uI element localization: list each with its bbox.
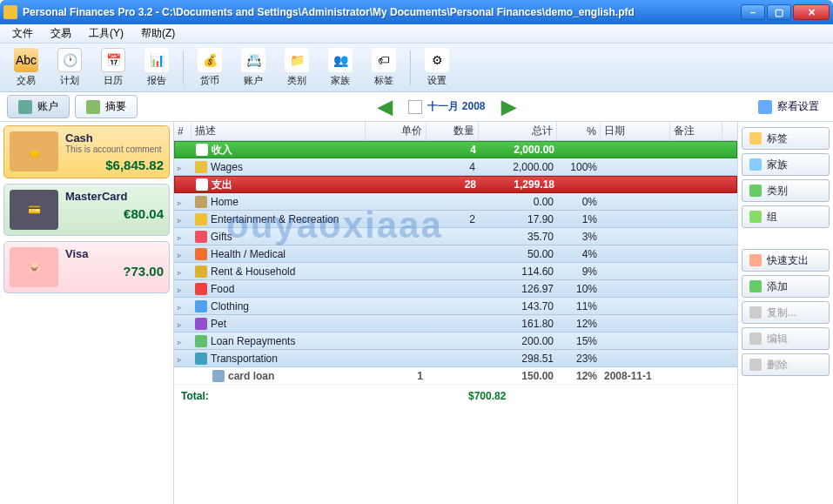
- category-row[interactable]: ▹Wages42,000.00100%: [174, 158, 737, 176]
- menu-file[interactable]: 文件: [5, 24, 40, 43]
- category-row[interactable]: ▹Clothing143.7011%: [174, 298, 737, 315]
- pct: 15%: [557, 334, 601, 348]
- panel-edit-button[interactable]: 编辑: [742, 327, 830, 350]
- qty: [427, 358, 479, 360]
- account-card-visa[interactable]: 🐷 Visa ?73.00: [3, 241, 170, 293]
- toolbar-accounts[interactable]: 📇账户: [232, 46, 274, 89]
- toolbar-settings[interactable]: ⚙设置: [416, 46, 458, 89]
- menu-tools[interactable]: 工具(Y): [82, 24, 131, 43]
- family-icon: [749, 158, 762, 171]
- category-row[interactable]: ▹Loan Repayments200.0015%: [174, 333, 737, 350]
- category-label: Gifts: [211, 231, 232, 243]
- expand-icon[interactable]: ▹: [178, 251, 186, 259]
- qty: [427, 323, 479, 325]
- month-label[interactable]: 十一月 2008: [408, 99, 485, 114]
- expand-icon[interactable]: ▹: [178, 355, 186, 364]
- category-row[interactable]: ▹Gifts35.703%: [174, 228, 737, 245]
- col-date[interactable]: 日期: [601, 122, 670, 140]
- tab-accounts[interactable]: 账户: [7, 95, 70, 118]
- col-qty[interactable]: 数量: [427, 122, 479, 140]
- body: 👝 Cash This is account comment $6,845.82…: [0, 122, 833, 504]
- expand-icon[interactable]: ▹: [178, 303, 186, 312]
- tab-summary[interactable]: 摘要: [75, 95, 138, 118]
- panel-group-button[interactable]: 组: [742, 205, 830, 228]
- pct: 4%: [557, 247, 601, 261]
- qty: [427, 288, 479, 290]
- col-pct[interactable]: %: [557, 124, 601, 139]
- category-row[interactable]: ▹Transportation298.5123%: [174, 350, 737, 367]
- category-label: Entertainment & Recreation: [211, 213, 339, 225]
- pct: 10%: [557, 282, 601, 296]
- total-row: Total: $700.82: [174, 385, 737, 407]
- maximize-button[interactable]: ▢: [767, 4, 791, 20]
- close-button[interactable]: ✕: [793, 4, 830, 20]
- app-icon: [3, 5, 17, 19]
- main-toolbar: Abc交易 🕐计划 📅日历 📊报告 💰货币 📇账户 📁类别 👥家族 🏷标签 ⚙设…: [0, 44, 833, 92]
- expand-icon[interactable]: ▹: [178, 286, 186, 294]
- gear-icon: ⚙: [425, 48, 449, 72]
- col-num[interactable]: #: [174, 124, 191, 139]
- delete-icon: [749, 359, 762, 371]
- category-row[interactable]: ▹Food126.9710%: [174, 280, 737, 298]
- account-card-cash[interactable]: 👝 Cash This is account comment $6,845.82: [3, 125, 170, 178]
- menu-help[interactable]: 帮助(Z): [134, 24, 182, 43]
- panel-tags-button[interactable]: 标签: [742, 127, 830, 150]
- expand-icon[interactable]: ▹: [178, 268, 186, 277]
- account-comment: This is account comment: [65, 144, 164, 154]
- col-total[interactable]: 总计: [479, 122, 557, 140]
- expand-icon[interactable]: ▹: [178, 164, 186, 172]
- panel-categories-button[interactable]: 类别: [742, 179, 830, 202]
- expand-icon[interactable]: ▹: [178, 320, 186, 329]
- qty: 2: [427, 212, 479, 226]
- panel-quick-expense-button[interactable]: 快速支出: [742, 249, 830, 272]
- expand-icon[interactable]: ▹: [178, 233, 186, 242]
- sub-toolbar: 账户 摘要 ◀ 十一月 2008 ▶ 察看设置: [0, 92, 833, 122]
- next-month-button[interactable]: ▶: [501, 96, 516, 118]
- toolbar-tags[interactable]: 🏷标签: [363, 46, 405, 89]
- minimize-button[interactable]: –: [741, 4, 765, 20]
- col-desc[interactable]: 描述: [191, 122, 366, 140]
- folder-icon: 📁: [285, 48, 309, 72]
- toolbar-categories[interactable]: 📁类别: [276, 46, 318, 89]
- expand-icon[interactable]: ▹: [178, 216, 186, 225]
- category-row[interactable]: ▹Pet161.8012%: [174, 315, 737, 333]
- group-income[interactable]: 收入 42,000.00: [174, 141, 737, 158]
- accounts-sidebar: 👝 Cash This is account comment $6,845.82…: [0, 122, 174, 504]
- category-label: Transportation: [211, 353, 278, 365]
- panel-add-button[interactable]: 添加: [742, 275, 830, 298]
- category-label: Home: [211, 196, 238, 208]
- category-row[interactable]: ▹Home0.000%: [174, 193, 737, 211]
- panel-delete-button[interactable]: 删除: [742, 353, 830, 376]
- toolbar-currency[interactable]: 💰货币: [189, 46, 231, 89]
- grid-header: # 描述 单价 数量 总计 % 日期 备注: [174, 122, 737, 141]
- category-row[interactable]: ▹Rent & Household114.609%: [174, 263, 737, 280]
- toolbar-transactions[interactable]: Abc交易: [5, 46, 47, 89]
- view-settings-button[interactable]: 察看设置: [751, 96, 826, 118]
- category-label: Health / Medical: [211, 248, 286, 260]
- expand-icon[interactable]: ▹: [178, 198, 186, 207]
- panel-copy-button[interactable]: 复制...: [742, 301, 830, 324]
- panel-family-button[interactable]: 家族: [742, 153, 830, 176]
- toolbar-calendar[interactable]: 📅日历: [92, 46, 134, 89]
- col-price[interactable]: 单价: [366, 122, 427, 140]
- toolbar-plan[interactable]: 🕐计划: [49, 46, 91, 89]
- expand-icon[interactable]: ▹: [178, 338, 186, 346]
- category-icon: [195, 318, 207, 330]
- col-note[interactable]: 备注: [670, 122, 722, 140]
- prev-month-button[interactable]: ◀: [378, 96, 393, 118]
- category-row[interactable]: ▹Health / Medical50.004%: [174, 245, 737, 263]
- transaction-row[interactable]: card loan 1 150.00 12% 2008-11-1: [174, 367, 737, 385]
- toolbar-family[interactable]: 👥家族: [319, 46, 361, 89]
- grid-icon: [758, 100, 772, 114]
- toolbar-report[interactable]: 📊报告: [136, 46, 178, 89]
- category-icon: [195, 231, 207, 243]
- pct: 12%: [557, 317, 601, 331]
- account-card-mastercard[interactable]: 💳 MasterCard €80.04: [3, 184, 170, 236]
- menu-transactions[interactable]: 交易: [44, 24, 78, 43]
- group-expense[interactable]: 支出 281,299.18: [174, 176, 737, 193]
- plus-icon: [749, 280, 762, 292]
- qty: 4: [427, 160, 479, 174]
- pct: 100%: [557, 160, 601, 174]
- wallet-icon: 👝: [10, 131, 58, 171]
- category-row[interactable]: ▹Entertainment & Recreation217.901%: [174, 211, 737, 228]
